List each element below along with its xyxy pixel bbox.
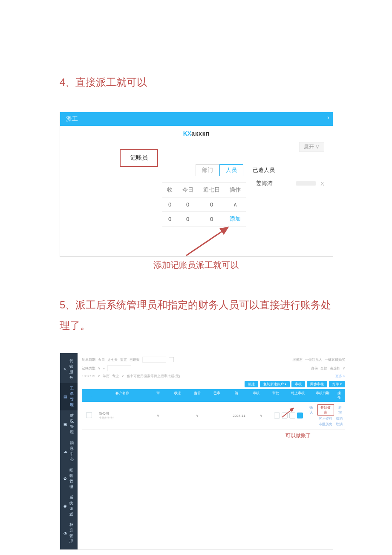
selected-people-label: 已造人员 xyxy=(253,166,275,174)
selected-person-row: 姜海涛 X xyxy=(252,176,329,191)
row-link[interactable]: 取消 xyxy=(336,416,343,421)
cell-date: 2024-11 xyxy=(227,414,251,418)
collapse-icon[interactable]: ∧ xyxy=(233,201,237,208)
chat-icon: ☁ xyxy=(63,449,67,453)
user-icon: ◔ xyxy=(63,531,67,535)
th: 对上审核 xyxy=(285,389,310,402)
sidebar-item[interactable]: ◔补充管理 xyxy=(60,520,78,547)
filter-row2: 记账类型 ∨ ▾ 身份 全部 请选择 ∨ xyxy=(82,365,345,371)
add-link[interactable]: 添加 xyxy=(230,215,241,222)
th: 已审 xyxy=(207,389,227,402)
more-link[interactable]: 更多 > xyxy=(335,374,345,378)
th-today: 今日 xyxy=(177,183,198,198)
remove-person-icon[interactable]: X xyxy=(320,180,324,187)
tab-person[interactable]: 人员 xyxy=(219,164,243,176)
filter-label: 身份 xyxy=(311,366,318,371)
filter-7days[interactable]: 近七天 xyxy=(107,357,118,362)
section4-title: 4、直接派工就可以 xyxy=(60,74,332,90)
sidebar-item[interactable]: ▤工单管理 xyxy=(60,383,78,410)
role-accountant-box[interactable]: 记账员 xyxy=(120,149,158,167)
filter-value[interactable]: 全部 xyxy=(320,366,327,371)
svg-line-1 xyxy=(282,408,294,417)
filter-label: 记账类型 xyxy=(82,366,95,371)
copy-new-button[interactable]: 复制新建账户 ▾ xyxy=(260,381,290,387)
red-arrow-icon xyxy=(184,225,235,258)
th: 审 xyxy=(148,389,168,402)
sidebar-item[interactable]: ◉系统设置 xyxy=(60,492,78,520)
selected-person-panel: 姜海涛 X xyxy=(252,176,329,256)
sidebar-item[interactable]: ☁消息中心 xyxy=(60,438,78,465)
filter-value[interactable]: ∨ xyxy=(98,366,101,370)
selected-person-name: 姜海涛 xyxy=(256,180,296,187)
th-receive: 收 xyxy=(162,183,177,198)
logo-rest: акхкп xyxy=(191,130,210,137)
status-chip[interactable] xyxy=(274,413,280,418)
row-actions: 确认 开始做账 新增 客户资料 取消 审批历史 取消 xyxy=(306,404,345,427)
briefcase-icon: ▤ xyxy=(63,395,67,399)
sidebar-item[interactable]: ▣财税管理 xyxy=(60,410,78,438)
filter-value[interactable]: 请选择 xyxy=(330,366,340,371)
button-row: 新建 复制新建账户 ▾ 审核 同步审核 打印 ▾ xyxy=(82,381,345,387)
calendar-icon[interactable] xyxy=(169,357,174,362)
row-subtext: 土地村村村 xyxy=(99,416,146,420)
filter-link[interactable]: 一键联系人 xyxy=(305,357,322,362)
logo-accent: KX xyxy=(183,130,191,137)
filter-label: 制单日期 xyxy=(82,357,95,362)
sync-audit-button[interactable]: 同步审核 xyxy=(307,381,327,387)
expand-toggle[interactable]: 展开 ∨ xyxy=(299,142,324,152)
tab-department[interactable]: 部门 xyxy=(196,164,219,176)
row-link[interactable]: 确认 xyxy=(308,405,314,415)
row-link[interactable]: 客户资料 xyxy=(319,416,332,421)
th: 审核 xyxy=(246,389,266,402)
search-input[interactable] xyxy=(107,365,131,371)
dispatch-table: 收 今日 近七日 操作 0 xyxy=(162,182,246,227)
filter-label: 专业 xyxy=(112,374,119,378)
filter-row: 制单日期 今日 近七天 重置 已建账 据状态 一键联系人 一键客服购买 xyxy=(82,357,345,363)
new-button[interactable]: 新建 xyxy=(245,381,258,387)
sidebar: ✎代账服务 ▤工单管理 ▣财税管理 ☁消息中心 ✿账套管理 ◉系统设置 ◔补充管… xyxy=(60,353,78,549)
cell-dropdown[interactable]: ∨ xyxy=(251,414,271,418)
date-input[interactable] xyxy=(142,357,166,363)
filter-label: 据状态 xyxy=(292,357,303,362)
print-button[interactable]: 打印 ▾ xyxy=(329,381,345,387)
row-link[interactable]: 取消 xyxy=(336,422,343,427)
filter-label: 学历 xyxy=(103,374,110,378)
th-checkbox[interactable] xyxy=(82,389,96,402)
logo-row: KXакхкп xyxy=(60,126,333,141)
th-ops: 操作 xyxy=(335,389,345,402)
audit-button[interactable]: 审核 xyxy=(291,381,305,387)
screenshot1-caption: 添加记账员派工就可以 xyxy=(60,259,332,271)
section5-title: 5、派工后系统管理员和指定的财务人员可以直接进行账务处理了。 xyxy=(60,295,332,336)
screen-icon: ▣ xyxy=(63,422,67,426)
start-accounting-button[interactable]: 开始做账 xyxy=(317,404,334,416)
cell-dropdown[interactable]: ∨ xyxy=(148,414,168,418)
row-link[interactable]: 审批历史 xyxy=(319,422,332,427)
th-7days: 近七日 xyxy=(198,183,225,198)
row-link[interactable]: 新增 xyxy=(337,405,343,415)
table-row: 新公司 土地村村村 ∨ ∨ 2024-11 ∨ 确认 xyxy=(82,402,345,430)
filter-link[interactable]: 一键客服购买 xyxy=(325,357,345,362)
cell-dropdown[interactable]: ∨ xyxy=(187,414,207,418)
pencil-icon: ✎ xyxy=(63,367,67,372)
status-chip[interactable] xyxy=(297,413,303,418)
filter-today[interactable]: 今日 xyxy=(98,357,105,362)
red-arrow-icon xyxy=(280,406,297,419)
filter-code: 1007719 xyxy=(82,374,95,378)
gear-icon: ◉ xyxy=(63,504,67,508)
row-company-name[interactable]: 新公司 xyxy=(99,411,146,416)
close-icon[interactable]: › xyxy=(327,114,329,121)
filter-reset[interactable]: 重置 xyxy=(120,357,127,362)
table-row: 0 0 0 ∧ xyxy=(162,198,246,212)
th: 审核日期 xyxy=(310,389,335,402)
sidebar-item[interactable]: ✎代账服务 xyxy=(60,356,78,383)
th: 清 xyxy=(227,389,246,402)
row-checkbox[interactable] xyxy=(86,412,92,418)
sidebar-item[interactable]: ✿账套管理 xyxy=(60,465,78,492)
main-panel: 制单日期 今日 近七天 重置 已建账 据状态 一键联系人 一键客服购买 记账类型… xyxy=(78,353,349,549)
th-name: 客户名称 xyxy=(96,389,148,402)
th-action: 操作 xyxy=(225,183,246,198)
filter-built[interactable]: 已建账 xyxy=(130,357,140,362)
cloud-icon: ✿ xyxy=(63,477,67,481)
svg-line-0 xyxy=(186,227,228,256)
table-row: 0 0 0 添加 xyxy=(162,212,246,227)
